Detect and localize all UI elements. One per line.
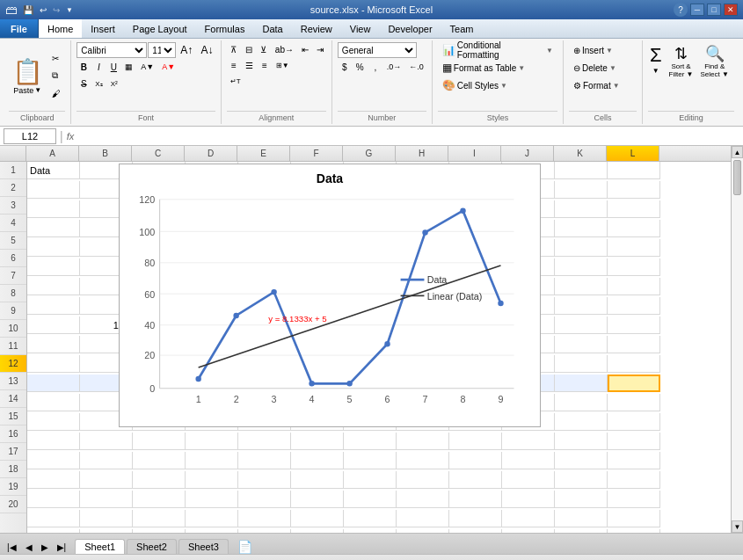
cell-r20-c7[interactable]	[344, 529, 397, 533]
paste-dropdown-icon[interactable]: ▼	[34, 86, 41, 94]
cell-r9-c1[interactable]	[27, 316, 80, 334]
cell-r18-c8[interactable]	[397, 491, 449, 508]
comma-button[interactable]: ,	[368, 60, 382, 74]
cell-r19-c4[interactable]	[186, 510, 238, 527]
col-G[interactable]: G	[343, 146, 396, 161]
cell-r4-c12[interactable]	[608, 220, 660, 237]
cell-r19-c11[interactable]	[555, 510, 608, 527]
col-B[interactable]: B	[79, 146, 132, 161]
cell-r14-c11[interactable]	[555, 413, 608, 431]
increase-decimal-button[interactable]: .0→	[383, 60, 405, 74]
align-top-button[interactable]: ⊼	[227, 42, 241, 56]
cell-r12-c11[interactable]	[555, 375, 608, 392]
cell-styles-dropdown[interactable]: ▼	[500, 82, 507, 90]
delete-cells-button[interactable]: ⊖ Delete ▼	[569, 60, 621, 76]
menu-review[interactable]: Review	[292, 19, 341, 38]
cell-r7-c12[interactable]	[608, 278, 660, 295]
format-table-dropdown[interactable]: ▼	[518, 64, 525, 72]
cell-r5-c11[interactable]	[555, 239, 608, 257]
scroll-thumb[interactable]	[733, 160, 741, 195]
text-direction-button[interactable]: ab→	[272, 42, 297, 56]
font-size-select[interactable]: 11	[148, 42, 176, 58]
cell-r17-c2[interactable]	[80, 471, 133, 489]
cell-r4-c11[interactable]	[555, 220, 608, 237]
cell-r14-c12[interactable]	[608, 413, 660, 431]
delete-dropdown[interactable]: ▼	[609, 64, 616, 72]
col-H[interactable]: H	[396, 146, 448, 161]
format-cells-button[interactable]: ⚙ Format ▼	[569, 77, 624, 93]
col-I[interactable]: I	[448, 146, 501, 161]
name-box[interactable]	[4, 128, 56, 144]
row-header-13[interactable]: 13	[0, 373, 26, 390]
cell-r2-c12[interactable]	[608, 181, 660, 199]
file-menu[interactable]: File	[0, 19, 39, 38]
cell-r17-c4[interactable]	[186, 471, 238, 489]
conditional-formatting-button[interactable]: 📊 Conditional Formatting ▼	[438, 42, 557, 58]
cell-r20-c1[interactable]	[27, 529, 80, 533]
underline-button[interactable]: U	[106, 60, 120, 74]
sheet-tab-2[interactable]: Sheet2	[127, 539, 177, 554]
cell-r16-c1[interactable]	[27, 452, 80, 469]
cell-r15-c6[interactable]	[291, 433, 344, 450]
cell-r10-c11[interactable]	[555, 336, 608, 353]
cell-r16-c3[interactable]	[133, 452, 186, 469]
cell-r19-c9[interactable]	[449, 510, 502, 527]
cell-r17-c5[interactable]	[238, 471, 291, 489]
col-C[interactable]: C	[132, 146, 185, 161]
cell-r19-c6[interactable]	[291, 510, 344, 527]
cell-r20-c6[interactable]	[291, 529, 344, 533]
cell-r15-c3[interactable]	[133, 433, 186, 450]
cell-r18-c4[interactable]	[186, 491, 238, 508]
font-color-button[interactable]: A▼	[158, 60, 178, 74]
cell-r15-c11[interactable]	[555, 433, 608, 450]
cell-r13-c12[interactable]	[608, 394, 660, 411]
cell-r9-c11[interactable]	[555, 316, 608, 334]
menu-data[interactable]: Data	[253, 19, 291, 38]
cell-r15-c7[interactable]	[344, 433, 397, 450]
cell-r10-c12[interactable]	[608, 336, 660, 353]
cell-r18-c2[interactable]	[80, 491, 133, 508]
minimize-button[interactable]: ─	[690, 4, 704, 16]
col-E[interactable]: E	[237, 146, 290, 161]
cell-r12-c1[interactable]	[27, 375, 80, 392]
cell-r20-c5[interactable]	[238, 529, 291, 533]
row-header-10[interactable]: 10	[0, 320, 26, 338]
cell-r19-c12[interactable]	[608, 510, 660, 527]
cell-r20-c3[interactable]	[133, 529, 186, 533]
vertical-scrollbar[interactable]: ▲ ▼	[731, 146, 743, 533]
row-header-2[interactable]: 2	[0, 179, 26, 197]
restore-button[interactable]: □	[707, 4, 721, 16]
redo-icon[interactable]: ↪	[51, 5, 62, 15]
cell-r18-c6[interactable]	[291, 491, 344, 508]
cell-r3-c11[interactable]	[555, 200, 608, 218]
sheet-tab-3[interactable]: Sheet3	[178, 539, 229, 554]
cell-r2-c11[interactable]	[555, 181, 608, 199]
cell-r7-c1[interactable]	[27, 278, 80, 295]
cell-r16-c10[interactable]	[502, 452, 555, 469]
font-name-select[interactable]: Calibri	[76, 42, 147, 58]
col-A[interactable]: A	[26, 146, 79, 161]
find-select-button[interactable]: 🔍 Find &Select ▼	[699, 42, 731, 81]
row-header-17[interactable]: 17	[0, 443, 26, 461]
cell-r8-c12[interactable]	[608, 297, 660, 315]
cell-r17-c9[interactable]	[449, 471, 502, 489]
undo-icon[interactable]: ↩	[38, 5, 48, 15]
cell-r18-c9[interactable]	[449, 491, 502, 508]
cell-r18-c12[interactable]	[608, 491, 660, 508]
align-right-button[interactable]: ≡	[258, 58, 272, 72]
paste-button[interactable]: 📋 Paste ▼	[9, 42, 46, 109]
sort-filter-button[interactable]: ⇅ Sort &Filter ▼	[667, 42, 696, 81]
cell-r19-c8[interactable]	[397, 510, 449, 527]
col-F[interactable]: F	[290, 146, 343, 161]
cell-r20-c11[interactable]	[555, 529, 608, 533]
cell-r13-c11[interactable]	[555, 394, 608, 411]
cell-r15-c5[interactable]	[238, 433, 291, 450]
cell-r16-c7[interactable]	[344, 452, 397, 469]
indent-decrease-button[interactable]: ⇤	[298, 42, 312, 56]
merge-center-button[interactable]: ⊞▼	[273, 58, 293, 72]
sheet-tab-1[interactable]: Sheet1	[75, 539, 125, 554]
cell-r11-c12[interactable]	[608, 355, 660, 373]
menu-team[interactable]: Team	[441, 19, 483, 38]
insert-dropdown[interactable]: ▼	[606, 47, 613, 55]
strikethrough-button[interactable]: S	[76, 76, 91, 91]
